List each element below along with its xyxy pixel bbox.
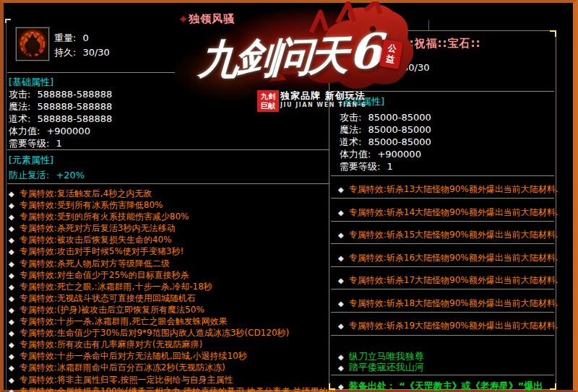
element-attr-header: [元素属性] <box>9 154 53 167</box>
diamond-icon: ◆ <box>9 260 14 268</box>
stat-value: +20% <box>56 170 85 180</box>
stat-label: 攻击: <box>9 89 30 100</box>
durability-value: 30/30 <box>82 47 109 58</box>
diamond-icon: ◆ <box>9 376 14 384</box>
corner-accent <box>550 383 556 390</box>
durability-label: 持久: <box>54 47 76 58</box>
special-row: ◆专属特效:生命值少于30%后对9*9范围内敌人造成冰冻3秒(CD120秒) <box>9 327 335 339</box>
base-attr-header-right: [基础属性] <box>340 95 384 108</box>
lore-line: ◆踏平倭寇还我山河 <box>338 361 424 374</box>
special-row: ◆专属特效:(护身)被攻击后立即恢复所有魔法50% <box>9 304 335 315</box>
special-row: ◆专属特效:复活触发后,4秒之内无敌 <box>9 188 335 199</box>
weight-value-right: 0 <box>403 45 409 56</box>
right-item-tooltip: ::祝福::宝石:: 0 30/30 [基础属性] 攻击:85000-85000… <box>329 30 556 390</box>
divider <box>331 221 554 222</box>
special-row: ◆专属特效:斩杀13大陆怪物90%额外爆出当前大陆材料. <box>338 183 558 196</box>
diamond-icon: ◆ <box>9 318 14 326</box>
stat-value: +900000 <box>46 126 90 136</box>
special-row: ◆专属特效:对生命值少于25%的目标直接秒杀 <box>9 269 335 281</box>
diamond-icon: ◆ <box>9 306 14 314</box>
diamond-icon: ◆ <box>9 201 14 209</box>
item-icon[interactable] <box>16 27 49 61</box>
stat-label: 魔法: <box>9 101 30 112</box>
diamond-icon: ◆ <box>9 329 14 337</box>
stat-hp-right: 体力值:+900000 <box>340 148 421 161</box>
special-row: ◆专属特效:全属性提高100%(继承三相之力,德拉克萨的暮刃,神圣分离者,兰德里… <box>9 386 335 392</box>
divider <box>331 375 554 375</box>
divider <box>331 243 554 244</box>
stat-value: 85000-85000 <box>368 112 431 123</box>
stat-value: 588888-588888 <box>37 113 112 124</box>
stat-hp-left: 体力值:+900000 <box>9 125 90 138</box>
diamond-icon: ◆ <box>338 186 344 193</box>
stat-value: +900000 <box>377 149 421 160</box>
diamond-icon: ◆ <box>338 209 344 217</box>
diamond-icon: ◆ <box>9 341 14 349</box>
corner-accent <box>329 30 335 37</box>
stat-label: 攻击: <box>340 112 361 123</box>
special-row: ◆专属特效:斩杀16大陆怪物90%额外爆出当前大陆材料. <box>338 252 558 264</box>
divider <box>331 289 554 289</box>
special-row: ◆专属特效:所有攻击有几率麻痹对方(无视防麻痹) <box>9 339 335 350</box>
stat-value: 588888-588888 <box>37 101 112 112</box>
stat-value: 588888-588888 <box>37 89 112 100</box>
durability-value-right: 30/30 <box>402 62 429 73</box>
stat-anti-revive: 防止复活:+20% <box>9 169 85 182</box>
stat-label: 魔法: <box>340 124 361 135</box>
special-row: ◆专属特效:斩杀18大陆怪物90%额外爆出当前大陆材料. <box>338 297 558 310</box>
diamond-icon: ◆ <box>9 248 14 256</box>
stat-attack-left: 攻击:588888-588888 <box>9 88 112 101</box>
special-row: ◆专属特效:斩杀19大陆怪物90%额外爆出当前大陆材料. <box>338 320 558 332</box>
special-row: ◆专属特效:受到所有冰系伤害降低80% <box>9 199 335 211</box>
diamond-icon: ◆ <box>9 213 14 221</box>
stat-level-right: 需要等级:1 <box>340 160 393 173</box>
divider <box>7 72 175 73</box>
special-row: ◆专属特效:斩杀15大陆怪物90%额外爆出当前大陆材料. <box>338 229 558 241</box>
diamond-icon: ◆ <box>338 364 344 372</box>
diamond-icon: ◆ <box>338 322 344 330</box>
stat-label: 体力值: <box>340 149 371 160</box>
stat-attack-right: 攻击:85000-85000 <box>340 111 431 124</box>
diamond-icon: ◆ <box>9 352 14 360</box>
stat-value: 1 <box>56 138 61 149</box>
diamond-icon: ◆ <box>9 225 14 232</box>
divider <box>331 198 554 199</box>
stat-magic-right: 魔法:85000-85000 <box>340 123 431 136</box>
diamond-icon: ◆ <box>338 383 344 391</box>
special-row: ◆专属特效:杀死人物后对方等级降低二级 <box>9 258 335 269</box>
stat-value: 1 <box>387 161 392 172</box>
diamond-icon: ◆ <box>338 276 344 284</box>
stat-label: 道术: <box>9 113 30 124</box>
special-row: ◆专属特效:斩杀14大陆怪物90%额外爆出当前大陆材料. <box>338 206 558 219</box>
stat-magic-left: 魔法:588888-588888 <box>9 100 112 113</box>
divider <box>331 312 554 313</box>
divider <box>331 175 554 176</box>
special-row: ◆专属特效:十步一杀命中后对方无法随机,回城,小退持续10秒 <box>9 350 335 362</box>
stat-label: 需要等级: <box>9 138 49 149</box>
special-row: ◆专属特效:攻击对手时候5%使对手变猪3秒! <box>9 245 335 257</box>
diamond-icon: ◆ <box>9 236 14 244</box>
diamond-icon: ◆ <box>338 254 344 262</box>
diamond-icon: ◆ <box>9 364 14 372</box>
divider <box>331 91 554 92</box>
special-row: ◆专属特效:斩杀17大陆怪物90%额外爆出当前大陆材料. <box>338 274 558 287</box>
stat-level-left: 需要等级:1 <box>9 137 62 150</box>
base-attr-header-left: [基础属性] <box>9 76 53 89</box>
diamond-icon: ◆ <box>338 353 344 361</box>
special-row: ◆专属特效:受到的所有火系技能伤害减少80% <box>9 211 335 222</box>
item-source-line: ◆装备出处： “《天罡教主》或《老寿星》”爆出 <box>338 380 543 392</box>
stat-label: 需要等级: <box>340 161 380 172</box>
item-name-left: 独领风骚 <box>6 12 418 26</box>
divider <box>7 149 330 150</box>
special-row: ◆专属特效:将非主属性归零,按照一定比例给与自身主属性 <box>9 374 335 386</box>
diamond-icon: ◆ <box>9 283 14 291</box>
diamond-icon: ◆ <box>9 388 14 392</box>
stat-value: 85000-85000 <box>368 124 431 135</box>
weight-label: 重量: <box>54 32 76 43</box>
special-row: ◆专属特效:无视战斗状态可直接使用回城随机石 <box>9 292 335 304</box>
left-panel-border-stub <box>428 20 429 31</box>
special-effects-list-left: ◆专属特效:复活触发后,4秒之内无敌 ◆专属特效:受到所有冰系伤害降低80% ◆… <box>9 188 335 392</box>
divider <box>7 183 330 184</box>
diamond-icon: ◆ <box>338 231 344 239</box>
weight-value: 0 <box>82 32 88 43</box>
